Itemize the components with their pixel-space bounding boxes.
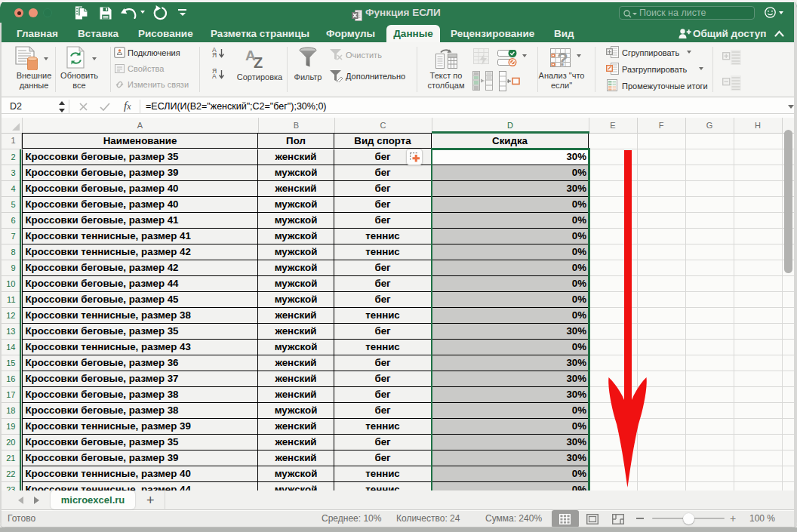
- svg-text:?: ?: [557, 49, 568, 69]
